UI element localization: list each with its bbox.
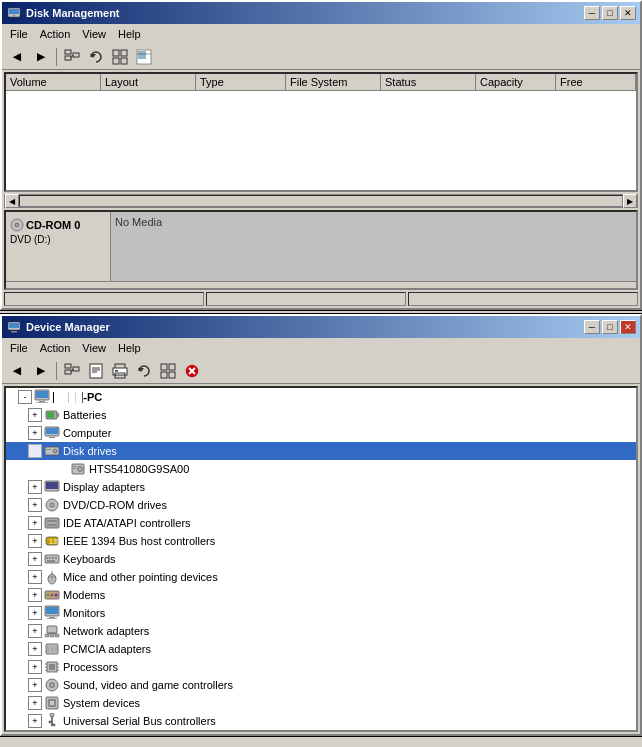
scroll-right-btn[interactable]: ▶ — [623, 194, 637, 208]
disk-mgmt-close-btn[interactable]: ✕ — [620, 6, 636, 20]
disk-mgmt-tree-btn[interactable] — [61, 47, 83, 67]
svg-point-2 — [13, 15, 15, 17]
disk-mgmt-minimize-btn[interactable]: ─ — [584, 6, 600, 20]
device-mgr-maximize-btn[interactable]: □ — [602, 320, 618, 334]
device-mgr-tree: - ████-PC + — [4, 386, 638, 732]
device-mgr-minimize-btn[interactable]: ─ — [584, 320, 600, 334]
keyboards-expand-icon[interactable]: + — [28, 552, 42, 566]
svg-rect-71 — [46, 557, 48, 559]
computer-tree-icon — [44, 425, 60, 441]
tree-ide-atapi[interactable]: + IDE ATA/ATAPI controllers — [6, 514, 636, 532]
monitors-expand-icon[interactable]: + — [28, 606, 42, 620]
batteries-icon — [44, 407, 60, 423]
svg-rect-54 — [46, 449, 51, 450]
disk-mgmt-refresh-btn[interactable] — [85, 47, 107, 67]
display-expand-icon[interactable]: + — [28, 480, 42, 494]
computer-icon — [34, 389, 50, 405]
tree-keyboards[interactable]: + Keyboards — [6, 550, 636, 568]
tree-display-adapters[interactable]: + Display adapters — [6, 478, 636, 496]
device-mgr-menu-file[interactable]: File — [4, 340, 34, 356]
system-expand-icon[interactable]: + — [28, 696, 42, 710]
svg-point-82 — [51, 594, 54, 597]
computer-expand-icon[interactable]: + — [28, 426, 42, 440]
hts-expand-placeholder — [54, 462, 68, 476]
root-expand-icon[interactable]: - — [18, 390, 32, 404]
tree-ieee1394[interactable]: + 1394 IEEE 1394 Bus host controllers — [6, 532, 636, 550]
sound-video-label: Sound, video and game controllers — [63, 679, 233, 691]
tree-disk-drives[interactable]: - Disk drives — [6, 442, 636, 460]
device-mgr-close-btn[interactable]: ✕ — [620, 320, 636, 334]
disk-mgmt-menu-file[interactable]: File — [4, 26, 34, 42]
device-manager-window: Device Manager ─ □ ✕ File Action View He… — [0, 314, 642, 736]
device-mgr-grid-btn[interactable] — [157, 361, 179, 381]
disk-mgmt-back-btn[interactable]: ◀ — [6, 47, 28, 67]
tree-usb[interactable]: + Universal Serial Bus controllers — [6, 712, 636, 730]
keyboards-label: Keyboards — [63, 553, 116, 565]
ide-label: IDE ATA/ATAPI controllers — [63, 517, 191, 529]
svg-rect-47 — [47, 412, 54, 418]
device-mgr-tree-btn[interactable] — [61, 361, 83, 381]
tree-modems[interactable]: + Modems — [6, 586, 636, 604]
device-mgr-x-btn[interactable] — [181, 361, 203, 381]
col-type: Type — [196, 74, 286, 90]
disk-drives-expand-icon[interactable]: - — [28, 444, 42, 458]
disk-mgmt-forward-btn[interactable]: ▶ — [30, 47, 52, 67]
tree-sound-video[interactable]: + Sound, video and game controllers — [6, 676, 636, 694]
svg-rect-34 — [161, 364, 167, 370]
sound-video-icon — [44, 677, 60, 693]
tree-system-devices[interactable]: + System devices — [6, 694, 636, 712]
disk-mgmt-menu-view[interactable]: View — [76, 26, 112, 42]
svg-rect-73 — [52, 557, 54, 559]
device-mgr-menu-view[interactable]: View — [76, 340, 112, 356]
device-mgr-menu-action[interactable]: Action — [34, 340, 77, 356]
tree-dvd-drives[interactable]: + DVD/CD-ROM drives — [6, 496, 636, 514]
svg-point-17 — [16, 224, 18, 226]
ieee-expand-icon[interactable]: + — [28, 534, 42, 548]
svg-rect-98 — [55, 646, 57, 652]
disk-mgmt-maximize-btn[interactable]: □ — [602, 6, 618, 20]
device-mgr-menubar: File Action View Help — [2, 338, 640, 358]
scroll-track[interactable] — [19, 195, 623, 207]
tree-batteries[interactable]: + Batteries — [6, 406, 636, 424]
svg-rect-4 — [65, 56, 71, 60]
scroll-left-btn[interactable]: ◀ — [5, 194, 19, 208]
disk-mgmt-menu-action[interactable]: Action — [34, 26, 77, 42]
device-mgr-properties-btn[interactable] — [85, 361, 107, 381]
svg-rect-25 — [90, 364, 102, 378]
device-mgr-back-btn[interactable]: ◀ — [6, 361, 28, 381]
modems-expand-icon[interactable]: + — [28, 588, 42, 602]
svg-rect-42 — [36, 391, 48, 398]
usb-expand-icon[interactable]: + — [28, 714, 42, 728]
disk-mgmt-grid-btn[interactable] — [109, 47, 131, 67]
network-expand-icon[interactable]: + — [28, 624, 42, 638]
tree-network-adapters[interactable]: + Network adapters — [6, 622, 636, 640]
tree-processors[interactable]: + Processors — [6, 658, 636, 676]
disk-mgmt-help-btn[interactable] — [133, 47, 155, 67]
tree-monitors[interactable]: + Monitors — [6, 604, 636, 622]
mice-expand-icon[interactable]: + — [28, 570, 42, 584]
tree-computer[interactable]: + Computer — [6, 424, 636, 442]
device-mgr-print-btn[interactable] — [109, 361, 131, 381]
batteries-expand-icon[interactable]: + — [28, 408, 42, 422]
tree-root[interactable]: - ████-PC — [6, 388, 636, 406]
batteries-label: Batteries — [63, 409, 106, 421]
svg-rect-58 — [73, 466, 77, 467]
disk-panels: CD-ROM 0 DVD (D:) No Media — [4, 210, 638, 290]
device-mgr-titlebar: Device Manager ─ □ ✕ — [2, 316, 640, 338]
disk-mgmt-menu-help[interactable]: Help — [112, 26, 147, 42]
cdrom0-title: CD-ROM 0 — [26, 219, 80, 231]
tree-pcmcia[interactable]: + PCMCIA adapters — [6, 640, 636, 658]
sound-expand-icon[interactable]: + — [28, 678, 42, 692]
device-mgr-forward-btn[interactable]: ▶ — [30, 361, 52, 381]
tree-hts541080[interactable]: HTS541080G9SA00 — [6, 460, 636, 478]
usb-icon — [44, 713, 60, 729]
processors-expand-icon[interactable]: + — [28, 660, 42, 674]
ide-expand-icon[interactable]: + — [28, 516, 42, 530]
svg-rect-49 — [46, 428, 58, 434]
pcmcia-expand-icon[interactable]: + — [28, 642, 42, 656]
disk-mgmt-toolbar: ◀ ▶ — [2, 44, 640, 70]
device-mgr-scan-btn[interactable] — [133, 361, 155, 381]
dvd-expand-icon[interactable]: + — [28, 498, 42, 512]
device-mgr-menu-help[interactable]: Help — [112, 340, 147, 356]
tree-mice[interactable]: + Mice and other pointing devices — [6, 568, 636, 586]
